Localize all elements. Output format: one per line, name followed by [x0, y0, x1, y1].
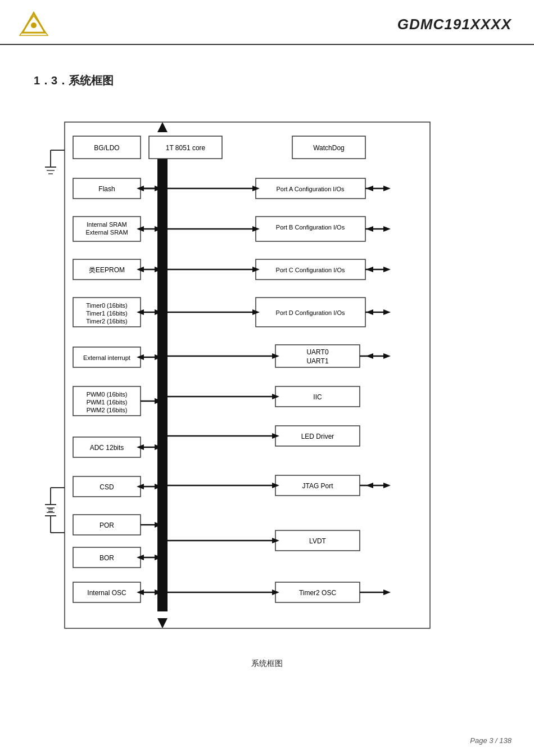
svg-text:Port D Configuration I/Os: Port D Configuration I/Os	[276, 309, 345, 316]
svg-rect-5	[157, 139, 168, 611]
svg-marker-6	[157, 122, 168, 132]
svg-marker-81	[366, 186, 373, 191]
svg-text:Flash: Flash	[98, 185, 115, 193]
svg-text:Internal SRAM: Internal SRAM	[87, 221, 127, 228]
svg-text:POR: POR	[99, 521, 114, 529]
svg-text:Timer2 (16bits): Timer2 (16bits)	[86, 318, 128, 325]
page-footer: Page 3 / 138	[470, 736, 512, 745]
header: GDMC191XXXX	[0, 0, 534, 45]
svg-marker-94	[383, 267, 391, 272]
svg-marker-102	[366, 309, 373, 315]
section-heading: 1．3．系统框图	[34, 73, 534, 88]
svg-text:PWM2 (16bits): PWM2 (16bits)	[87, 407, 128, 413]
svg-marker-124	[383, 483, 391, 488]
svg-text:Timer0 (16bits): Timer0 (16bits)	[86, 302, 128, 309]
svg-point-3	[31, 22, 37, 28]
svg-marker-110	[366, 353, 373, 359]
svg-text:Timer1 (16bits): Timer1 (16bits)	[86, 310, 128, 317]
logo-icon	[17, 10, 51, 38]
svg-marker-87	[383, 226, 391, 232]
svg-marker-101	[383, 309, 391, 315]
svg-text:BOR: BOR	[99, 554, 114, 562]
svg-text:JTAG Port: JTAG Port	[302, 482, 333, 490]
doc-title: GDMC191XXXX	[397, 16, 512, 33]
svg-text:Port C Configuration I/Os: Port C Configuration I/Os	[276, 267, 345, 273]
svg-marker-7	[157, 618, 168, 628]
system-diagram: BG/LDO 1T 8051 core WatchDog Flash Inter…	[34, 105, 500, 647]
svg-text:WatchDog: WatchDog	[313, 144, 345, 152]
svg-text:CSD: CSD	[99, 483, 114, 491]
svg-marker-135	[383, 590, 391, 595]
svg-marker-88	[366, 226, 373, 232]
svg-text:External SRAM: External SRAM	[85, 229, 128, 236]
svg-text:LED Driver: LED Driver	[301, 433, 334, 440]
svg-text:PWM1 (16bits): PWM1 (16bits)	[87, 399, 128, 406]
svg-text:BG/LDO: BG/LDO	[94, 144, 119, 152]
svg-text:PWM0 (16bits): PWM0 (16bits)	[87, 391, 128, 398]
svg-marker-109	[383, 353, 391, 359]
svg-text:UART1: UART1	[306, 357, 328, 365]
svg-text:External interrupt: External interrupt	[83, 354, 130, 361]
svg-text:Timer2 OSC: Timer2 OSC	[299, 589, 337, 597]
diagram-svg: BG/LDO 1T 8051 core WatchDog Flash Inter…	[34, 105, 461, 645]
svg-marker-95	[366, 267, 373, 272]
svg-text:1T 8051 core: 1T 8051 core	[166, 144, 206, 152]
svg-text:Port B Configuration I/Os: Port B Configuration I/Os	[276, 224, 345, 231]
svg-text:LVDT: LVDT	[309, 537, 326, 545]
diagram-caption: 系统框图	[0, 659, 534, 669]
svg-text:ADC 12bits: ADC 12bits	[90, 444, 124, 452]
svg-text:类EEPROM: 类EEPROM	[89, 266, 125, 274]
svg-text:IIC: IIC	[313, 393, 322, 401]
svg-marker-80	[383, 186, 391, 191]
svg-text:Internal OSC: Internal OSC	[87, 589, 126, 597]
svg-text:Port A Configuration I/Os: Port A Configuration I/Os	[276, 186, 345, 192]
svg-marker-125	[366, 483, 373, 488]
svg-text:UART0: UART0	[306, 348, 328, 356]
